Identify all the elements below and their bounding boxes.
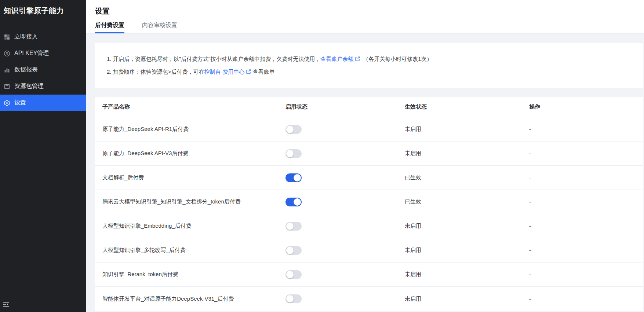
postpaid-enable-toggle[interactable] — [285, 125, 302, 134]
notice-line2-text: 2. 扣费顺序：体验资源包>后付费，可在 — [107, 69, 204, 75]
postpaid-enable-toggle[interactable] — [285, 198, 302, 206]
effective-status: 未启用 — [405, 223, 529, 230]
postpaid-enable-toggle[interactable] — [285, 173, 302, 182]
action-cell: - — [529, 150, 643, 157]
effective-status: 未启用 — [405, 247, 529, 254]
package-icon — [4, 83, 10, 90]
sidebar-menu: 立即接入API KEY管理数据报表资源包管理设置 — [0, 21, 86, 111]
main-area: 设置 后付费设置 内容审核设置 1. 开启后，资源包耗尽时，以"后付费方式"按小… — [86, 0, 644, 312]
sidebar: 知识引擎原子能力 立即接入API KEY管理数据报表资源包管理设置 — [0, 0, 86, 312]
table-row: 腾讯云大模型知识引擎_知识引擎_文档拆分_token后付费已生效- — [95, 190, 643, 214]
grid-icon — [4, 34, 10, 40]
key-icon — [4, 50, 10, 57]
postpaid-enable-toggle[interactable] — [285, 270, 302, 279]
sidebar-item-label: API KEY管理 — [14, 49, 49, 57]
toggle-knob — [294, 198, 301, 206]
external-link-icon — [353, 56, 360, 62]
table-row: 文档解析_后付费已生效- — [95, 166, 643, 190]
product-name: 大模型知识引擎_多轮改写_后付费 — [95, 247, 285, 254]
product-name: 腾讯云大模型知识引擎_知识引擎_文档拆分_token后付费 — [95, 198, 285, 205]
product-name: 原子能力_DeepSeek API-R1后付费 — [95, 126, 285, 133]
action-cell: - — [529, 223, 643, 229]
tab-bar: 后付费设置 内容审核设置 — [95, 22, 635, 33]
column-header-enable-status: 启用状态 — [285, 103, 405, 110]
product-name: 知识引擎_Rerank_token后付费 — [95, 271, 285, 278]
notice-line1-text: 1. 开启后，资源包耗尽时，以"后付费方式"按小时从账户余额中扣费，欠费时无法使… — [107, 56, 320, 62]
product-name: 大模型知识引擎_Embedding_后付费 — [95, 223, 285, 230]
toggle-knob — [286, 295, 294, 302]
effective-status: 未启用 — [405, 126, 529, 133]
effective-status: 未启用 — [405, 271, 529, 278]
tab-postpaid-settings[interactable]: 后付费设置 — [95, 22, 124, 33]
toggle-knob — [286, 247, 294, 254]
effective-status: 未启用 — [405, 296, 529, 302]
table-row: 大模型知识引擎_多轮改写_后付费未启用- — [95, 238, 643, 263]
postpaid-settings-table: 子产品名称 启用状态 生效状态 操作 原子能力_DeepSeek API-R1后… — [95, 97, 643, 311]
product-name: 文档解析_后付费 — [95, 174, 285, 181]
table-row: 原子能力_DeepSeek API-V3后付费未启用- — [95, 142, 643, 166]
table-row: 智能体开发平台_对话原子能力DeepSeek-V31_后付费未启用- — [95, 287, 643, 311]
console-billing-center-link[interactable]: 控制台-费用中心 — [204, 69, 251, 75]
table-header-row: 子产品名称 启用状态 生效状态 操作 — [95, 97, 643, 117]
notice-line-1: 1. 开启后，资源包耗尽时，以"后付费方式"按小时从账户余额中扣费，欠费时无法使… — [107, 55, 631, 63]
product-name: 智能体开发平台_对话原子能力DeepSeek-V31_后付费 — [95, 296, 285, 302]
action-cell: - — [529, 199, 643, 205]
gear-icon — [4, 100, 10, 106]
action-cell: - — [529, 126, 643, 132]
toggle-knob — [286, 126, 294, 133]
column-header-product-name: 子产品名称 — [95, 103, 285, 110]
postpaid-enable-toggle[interactable] — [285, 222, 302, 231]
effective-status: 已生效 — [405, 198, 529, 205]
sidebar-item-api-key-management[interactable]: API KEY管理 — [0, 45, 86, 62]
page-title: 设置 — [95, 0, 635, 16]
toggle-knob — [286, 150, 294, 157]
action-cell: - — [529, 271, 643, 278]
table-row: 原子能力_DeepSeek API-R1后付费未启用- — [95, 117, 643, 142]
collapse-sidebar-icon — [3, 303, 10, 309]
sidebar-item-settings[interactable]: 设置 — [0, 95, 86, 111]
effective-status: 未启用 — [405, 150, 529, 157]
product-name: 原子能力_DeepSeek API-V3后付费 — [95, 150, 285, 157]
toggle-knob — [286, 271, 294, 278]
notice-line2-suffix: 查看账单 — [252, 69, 274, 75]
app-title: 知识引擎原子能力 — [0, 0, 86, 21]
bar-chart-icon — [4, 67, 10, 73]
tab-content-review-settings[interactable]: 内容审核设置 — [142, 22, 177, 33]
postpaid-enable-toggle[interactable] — [285, 246, 302, 255]
action-cell: - — [529, 247, 643, 253]
notice-line-2: 2. 扣费顺序：体验资源包>后付费，可在控制台-费用中心查看账单 — [107, 68, 631, 76]
topbar: 设置 后付费设置 内容审核设置 — [86, 0, 644, 34]
sidebar-item-resource-package-management[interactable]: 资源包管理 — [0, 78, 86, 95]
sidebar-item-label: 资源包管理 — [14, 82, 44, 90]
sidebar-collapse-button[interactable] — [3, 301, 10, 308]
sidebar-item-data-report[interactable]: 数据报表 — [0, 62, 86, 78]
external-link-icon — [244, 69, 251, 75]
sidebar-item-label: 立即接入 — [14, 33, 38, 41]
action-cell: - — [529, 175, 643, 181]
app-window: 知识引擎原子能力 立即接入API KEY管理数据报表资源包管理设置 设置 后付费… — [0, 0, 644, 312]
table-row: 大模型知识引擎_Embedding_后付费未启用- — [95, 214, 643, 238]
action-cell: - — [529, 296, 643, 302]
column-header-effective-status: 生效状态 — [405, 103, 529, 110]
sidebar-item-label: 设置 — [14, 99, 26, 107]
sidebar-item-label: 数据报表 — [14, 66, 38, 74]
column-header-action: 操作 — [529, 103, 643, 110]
effective-status: 已生效 — [405, 174, 529, 181]
table-row: 知识引擎_Rerank_token后付费未启用- — [95, 263, 643, 287]
table-body: 原子能力_DeepSeek API-R1后付费未启用-原子能力_DeepSeek… — [95, 117, 643, 311]
sidebar-item-immediate-access[interactable]: 立即接入 — [0, 29, 86, 45]
postpaid-enable-toggle[interactable] — [285, 149, 302, 158]
toggle-knob — [294, 174, 301, 181]
view-account-balance-link[interactable]: 查看账户余额 — [320, 56, 360, 62]
notice-line1-suffix: （各开关每小时可修改1次） — [363, 56, 432, 62]
notice-card: 1. 开启后，资源包耗尽时，以"后付费方式"按小时从账户余额中扣费，欠费时无法使… — [95, 43, 643, 88]
toggle-knob — [286, 223, 294, 230]
content-area: 1. 开启后，资源包耗尽时，以"后付费方式"按小时从账户余额中扣费，欠费时无法使… — [86, 34, 644, 312]
postpaid-enable-toggle[interactable] — [285, 294, 302, 303]
